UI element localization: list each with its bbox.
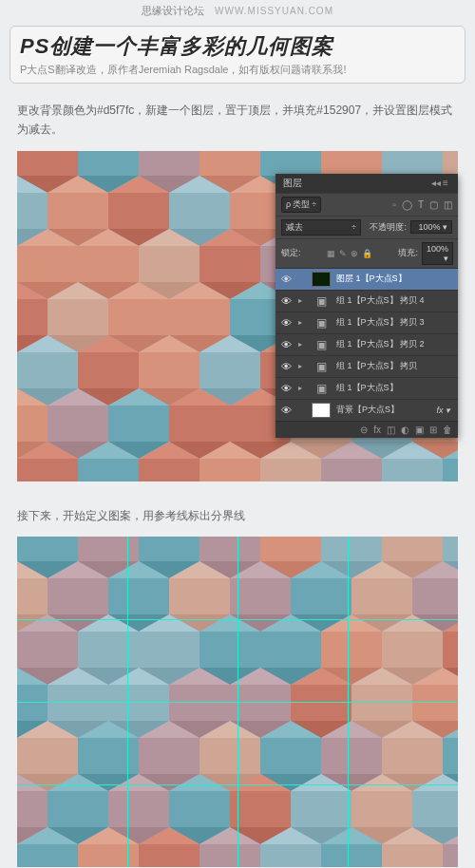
layer-name: 组 1【P大点S】 拷贝	[336, 360, 452, 372]
layer-row[interactable]: 👁图层 1【P大点S】	[276, 268, 458, 290]
instruction-paragraph-2: 接下来，开始定义图案，用参考线标出分界线	[0, 495, 475, 537]
watermark-site: 思缘设计论坛	[142, 5, 204, 16]
layer-name: 组 1【P大点S】 拷贝 3	[336, 316, 452, 329]
opacity-label: 不透明度:	[365, 221, 407, 234]
layer-row[interactable]: 👁▸▣组 1【P大点S】	[276, 377, 458, 399]
panel-minimize-icon[interactable]: ◂◂	[431, 178, 439, 188]
page-title: PS创建一个丰富多彩的几何图案	[20, 32, 455, 61]
layer-thumbnail	[312, 272, 331, 287]
layer-name: 组 1【P大点S】 拷贝 4	[336, 294, 452, 307]
folder-icon: ▣	[312, 381, 331, 396]
layers-panel-footer: ⊖fx◫◐▣⊞🗑	[276, 421, 458, 438]
layers-panel-tab[interactable]: 图层 ◂◂ ≡	[276, 174, 458, 193]
layer-name: 图层 1【P大点S】	[336, 273, 452, 285]
filter-icon[interactable]: ◫	[444, 199, 452, 210]
lock-label: 锁定:	[281, 247, 323, 259]
opacity-value[interactable]: 100% ▾	[410, 220, 452, 234]
layer-name: 组 1【P大点S】 拷贝 2	[336, 338, 452, 350]
visibility-eye-icon[interactable]: 👁	[281, 295, 293, 307]
folder-icon: ▣	[312, 337, 331, 352]
fill-value[interactable]: 100% ▾	[422, 242, 453, 265]
filter-icon[interactable]: ▢	[429, 199, 438, 210]
layer-list: 👁图层 1【P大点S】👁▸▣组 1【P大点S】 拷贝 4👁▸▣组 1【P大点S】…	[276, 268, 458, 421]
instruction-paragraph-1: 更改背景颜色为#d5f7fc，新建一个图层，置于顶层，并填充#152907，并设…	[0, 89, 475, 151]
layer-name: 背景【P大点S】	[336, 404, 430, 416]
visibility-eye-icon[interactable]: 👁	[281, 405, 293, 416]
layers-tab-label: 图层	[283, 177, 302, 190]
blend-mode-dropdown[interactable]: 减去÷	[281, 219, 361, 236]
visibility-eye-icon[interactable]: 👁	[281, 274, 293, 285]
filter-icon[interactable]: ▫	[392, 199, 396, 210]
blend-opacity-row: 减去÷ 不透明度: 100% ▾	[276, 216, 458, 238]
lock-icon[interactable]: ▦	[327, 249, 335, 258]
filter-icon[interactable]: T	[418, 199, 424, 210]
watermark: 思缘设计论坛 WWW.MISSYUAN.COM	[0, 0, 475, 22]
screenshot-1: 图层 ◂◂ ≡ ρ 类型 ÷ ▫◯T▢◫ 减去÷ 不透明度: 100% ▾ 锁定…	[17, 151, 458, 481]
panel-footer-icon[interactable]: ▣	[415, 425, 424, 435]
layer-filter-row: ρ 类型 ÷ ▫◯T▢◫	[276, 193, 458, 216]
panel-footer-icon[interactable]: fx	[373, 425, 381, 435]
screenshot-2	[17, 537, 458, 867]
title-banner: PS创建一个丰富多彩的几何图案 P大点S翻译改造，原作者Jeremiah Rag…	[10, 26, 466, 84]
watermark-url: WWW.MISSYUAN.COM	[215, 6, 333, 16]
layer-row[interactable]: 👁▸▣组 1【P大点S】 拷贝 3	[276, 311, 458, 333]
panel-footer-icon[interactable]: ◐	[401, 425, 409, 435]
panel-footer-icon[interactable]: 🗑	[443, 425, 452, 435]
layer-row[interactable]: 👁▸▣组 1【P大点S】 拷贝 4	[276, 290, 458, 311]
visibility-eye-icon[interactable]: 👁	[281, 383, 293, 394]
layer-thumbnail	[312, 403, 331, 418]
fill-label: 填充:	[376, 247, 418, 259]
layers-panel: 图层 ◂◂ ≡ ρ 类型 ÷ ▫◯T▢◫ 减去÷ 不透明度: 100% ▾ 锁定…	[276, 174, 458, 438]
layer-row[interactable]: 👁▸▣组 1【P大点S】 拷贝 2	[276, 333, 458, 355]
visibility-eye-icon[interactable]: 👁	[281, 339, 293, 350]
hex-pattern-with-guides	[17, 537, 458, 867]
layer-name: 组 1【P大点S】	[336, 382, 452, 394]
filter-type-dropdown[interactable]: ρ 类型 ÷	[281, 197, 321, 213]
folder-icon: ▣	[312, 359, 331, 374]
panel-footer-icon[interactable]: ⊞	[429, 425, 437, 435]
panel-footer-icon[interactable]: ⊖	[360, 425, 368, 435]
folder-icon: ▣	[312, 315, 331, 330]
page-subtitle: P大点S翻译改造，原作者Jeremiah Ragsdale，如有版权问题请联系我…	[20, 63, 455, 77]
layer-row[interactable]: 👁背景【P大点S】fx ▾	[276, 399, 458, 421]
lock-icon[interactable]: ✎	[339, 249, 347, 258]
lock-icon[interactable]: 🔒	[362, 249, 372, 258]
lock-fill-row: 锁定: ▦✎⊕🔒 填充: 100% ▾	[276, 238, 458, 268]
fx-badge[interactable]: fx ▾	[436, 406, 450, 415]
visibility-eye-icon[interactable]: 👁	[281, 317, 293, 329]
lock-icon[interactable]: ⊕	[351, 249, 358, 258]
visibility-eye-icon[interactable]: 👁	[281, 361, 293, 372]
folder-icon: ▣	[312, 293, 331, 309]
filter-icon[interactable]: ◯	[402, 199, 412, 210]
layer-row[interactable]: 👁▸▣组 1【P大点S】 拷贝	[276, 355, 458, 377]
panel-menu-icon[interactable]: ≡	[443, 178, 450, 188]
panel-footer-icon[interactable]: ◫	[387, 425, 395, 435]
